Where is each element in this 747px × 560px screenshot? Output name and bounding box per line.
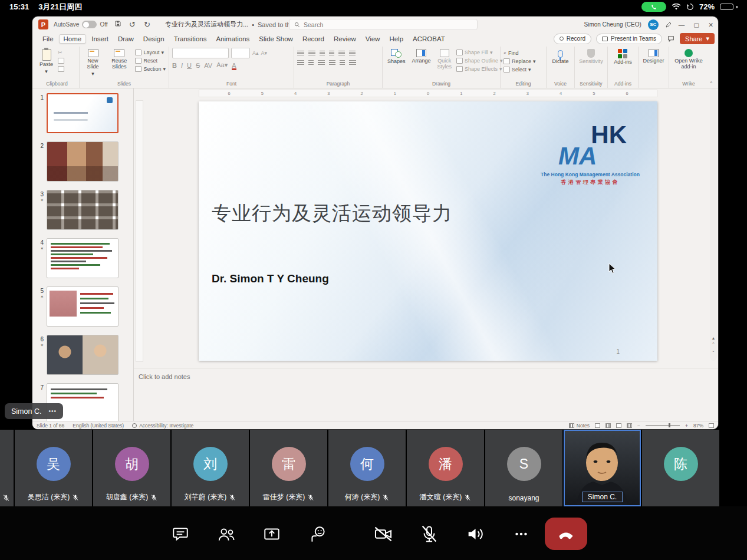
tab-view[interactable]: View — [361, 34, 384, 44]
camera-off-button[interactable] — [370, 521, 397, 548]
align-left-button[interactable] — [297, 60, 304, 66]
notes-pane[interactable]: Click to add notes — [134, 368, 718, 421]
active-call-indicator[interactable] — [641, 2, 666, 12]
slide-thumbnail-panel[interactable]: 1 2 3✶ 4✶ 5✶ — [32, 88, 134, 421]
zoom-level[interactable]: 87% — [693, 423, 703, 429]
section-button[interactable]: Section▾ — [135, 66, 166, 72]
arrange-button[interactable]: Arrange — [410, 48, 433, 65]
scroll-up-button[interactable]: ▲ — [712, 336, 716, 340]
thumb-image-2[interactable] — [47, 141, 119, 182]
smartart-button[interactable] — [349, 60, 356, 66]
leave-meeting-button[interactable] — [545, 518, 587, 550]
thumbnail-slide-2[interactable]: 2 — [36, 141, 130, 182]
reuse-slides-button[interactable]: Reuse Slides — [106, 48, 132, 71]
cut-button[interactable]: ✂ — [58, 50, 64, 55]
zoom-slider-knob[interactable] — [669, 423, 670, 427]
tab-slide-show[interactable]: Slide Show — [255, 34, 297, 44]
bold-button[interactable]: B — [172, 62, 177, 69]
pen-mode-icon[interactable] — [665, 21, 672, 28]
reading-view-button[interactable] — [616, 423, 621, 428]
tab-animations[interactable]: Animations — [212, 34, 254, 44]
thumbnail-slide-1[interactable]: 1 — [36, 93, 130, 133]
thumb-image-1[interactable] — [47, 93, 119, 133]
align-right-button[interactable] — [318, 60, 325, 66]
participant-video-tile-active-speaker[interactable]: Simon C. — [564, 430, 641, 506]
participant-tile[interactable]: 何 何涛 (来宾) — [328, 430, 406, 506]
account-avatar[interactable]: SC — [648, 19, 659, 30]
strikethrough-button[interactable]: S — [196, 62, 200, 69]
participant-tile-partial-right[interactable]: 陈 — [642, 430, 719, 506]
thumbnail-slide-6[interactable]: 6✶ — [36, 335, 130, 375]
participant-tile[interactable]: 刘 刘芊蔚 (来宾) — [172, 430, 249, 506]
minimize-button[interactable]: — — [679, 21, 685, 28]
tab-record[interactable]: Record — [298, 34, 328, 44]
thumbnail-slide-3[interactable]: 3✶ — [36, 190, 130, 230]
copy-button[interactable] — [58, 58, 64, 64]
shape-effects-button[interactable]: Shape Effects▾ — [456, 66, 503, 72]
find-button[interactable]: ⌕Find — [504, 50, 536, 56]
autosave-control[interactable]: AutoSave Off — [54, 21, 108, 28]
shapes-button[interactable]: Shapes — [386, 48, 407, 66]
close-button[interactable]: ✕ — [708, 21, 713, 28]
vertical-ruler[interactable] — [136, 100, 143, 362]
previous-slide-button[interactable]: ⌃ — [712, 342, 715, 347]
tab-design[interactable]: Design — [139, 34, 169, 44]
decrease-indent-button[interactable] — [320, 51, 325, 57]
thumb-image-4[interactable] — [47, 238, 119, 278]
comments-icon[interactable] — [667, 35, 675, 42]
wrike-button[interactable]: Open Wrike add-in — [672, 48, 706, 71]
present-in-teams-button[interactable]: Present in Teams — [596, 34, 662, 44]
participants-button[interactable] — [213, 521, 240, 548]
share-screen-button[interactable] — [258, 521, 285, 548]
italic-button[interactable]: I — [181, 62, 183, 69]
thumb-image-3[interactable] — [47, 190, 119, 230]
addins-button[interactable]: Add-ins — [612, 48, 634, 67]
layout-button[interactable]: Layout▾ — [135, 50, 166, 55]
next-slide-button[interactable]: ⌄ — [712, 348, 715, 353]
tab-help[interactable]: Help — [385, 34, 407, 44]
autosave-toggle[interactable] — [82, 21, 97, 28]
participant-tile-partial-left[interactable] — [0, 430, 14, 506]
text-direction-button[interactable] — [349, 51, 356, 57]
numbering-button[interactable] — [308, 51, 315, 57]
format-painter-button[interactable] — [58, 66, 64, 72]
font-name-combobox[interactable] — [172, 48, 229, 58]
chat-button[interactable] — [167, 521, 194, 548]
grow-font-button[interactable]: A▴ — [252, 50, 259, 56]
paste-button[interactable]: Paste ▾ — [38, 48, 55, 76]
more-options-button[interactable] — [508, 521, 535, 548]
record-button[interactable]: Record — [554, 34, 591, 44]
sensitivity-button[interactable]: Sensitivity — [577, 48, 605, 66]
share-button[interactable]: Share ▾ — [680, 33, 715, 44]
character-spacing-button[interactable]: AV — [204, 62, 212, 69]
columns-button[interactable] — [340, 60, 345, 66]
participant-tile[interactable]: 胡 胡唐鑫 (来宾) — [93, 430, 170, 506]
thumbnail-slide-4[interactable]: 4✶ — [36, 238, 130, 278]
font-size-combobox[interactable] — [231, 48, 250, 58]
zoom-in-button[interactable]: + — [685, 423, 688, 429]
new-slide-button[interactable]: New Slide ▾ — [83, 48, 103, 78]
tab-draw[interactable]: Draw — [114, 34, 138, 44]
account-name[interactable]: Simon Cheung (CEO) — [584, 21, 641, 28]
undo-button[interactable]: ↺ — [128, 20, 137, 29]
shape-outline-button[interactable]: Shape Outline▾ — [456, 58, 503, 64]
select-button[interactable]: Select▾ — [504, 67, 536, 73]
reset-button[interactable]: Reset — [135, 58, 166, 64]
participant-tile[interactable]: 雷 雷佳梦 (来宾) — [250, 430, 327, 506]
participant-strip[interactable]: 吴 吴思洁 (来宾) 胡 胡唐鑫 (来宾) 刘 刘芊蔚 (来宾) 雷 雷佳梦 (… — [0, 430, 719, 506]
underline-button[interactable]: U — [187, 62, 192, 69]
thumb-image-6[interactable] — [47, 335, 119, 375]
participant-tile[interactable]: 吴 吴思洁 (来宾) — [15, 430, 92, 506]
mic-off-button[interactable] — [416, 521, 443, 548]
presenter-name-chip[interactable]: Simon C. ••• — [5, 403, 63, 419]
zoom-out-button[interactable]: − — [637, 423, 640, 429]
dictate-button[interactable]: Dictate — [550, 48, 570, 66]
reactions-button[interactable] — [304, 521, 331, 548]
collapse-ribbon-button[interactable]: ⌃ — [709, 81, 713, 87]
tab-transitions[interactable]: Transitions — [170, 34, 211, 44]
increase-indent-button[interactable] — [329, 51, 334, 57]
shrink-font-button[interactable]: A▾ — [261, 50, 268, 56]
participant-tile[interactable]: 潘 潘文暄 (来宾) — [407, 430, 484, 506]
line-spacing-button[interactable] — [338, 51, 345, 57]
bullets-button[interactable] — [297, 51, 304, 57]
